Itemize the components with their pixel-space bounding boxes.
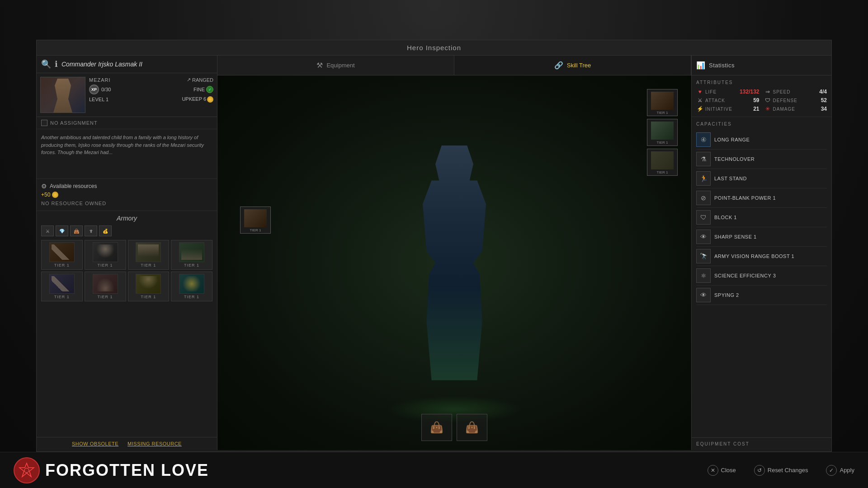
missing-resource-button[interactable]: MISSING RESOURCE (127, 441, 182, 446)
bottom-equipment-slots: 👜 👜 (421, 414, 487, 441)
damage-value: 34 (821, 106, 827, 112)
no-resource-label: NO RESOURCE OWNED (41, 199, 212, 207)
slot-item-image (650, 150, 675, 170)
capacity-technolover: ⚗ TECHNOLOVER (696, 150, 827, 169)
gold-row: +50 (41, 192, 212, 198)
item-image (93, 242, 118, 262)
apply-button[interactable]: ✓ Apply (826, 465, 854, 476)
capacity-name-last-stand: LAST STAND (714, 176, 747, 181)
reset-button[interactable]: ↺ Reset Changes (754, 465, 808, 476)
item-image (179, 242, 204, 262)
list-item[interactable]: TIER 1 (41, 272, 83, 301)
capacity-name-army-vision: ARMY VISION RANGE BOOST 1 (714, 253, 794, 259)
main-panel: Hero Inspection 🔍 ℹ Commander Irjsko Las… (36, 40, 832, 452)
hero-search-icon: 🔍 (41, 59, 51, 69)
item-image (136, 242, 161, 262)
assignment-row[interactable]: NO ASSIGNMENT (37, 117, 217, 129)
filter-bag-btn[interactable]: 👜 (70, 225, 83, 236)
slot-item-image (650, 121, 675, 141)
svg-point-1 (24, 468, 29, 473)
list-item[interactable]: TIER 1 (128, 272, 170, 301)
capacity-name-point-blank: POINT-BLANK POWER 1 (714, 195, 776, 201)
equipment-slot-shoulder[interactable]: TIER 1 (647, 89, 678, 116)
hero-silhouette (391, 145, 518, 380)
filter-weapon-btn[interactable]: 🗡 (85, 225, 97, 236)
item-image (136, 274, 161, 294)
capacity-name-long-range: LONG RANGE (714, 137, 750, 142)
emblem-icon (19, 462, 35, 479)
condition-badge: FINE ✓ (193, 86, 213, 93)
tab-skill-tree[interactable]: 🔗 Skill Tree (454, 56, 691, 75)
list-item[interactable]: TIER 1 (171, 272, 212, 301)
capacity-icon-block: 🛡 (696, 210, 711, 225)
life-attribute: ♥ LIFE 132/132 (696, 89, 760, 95)
capacity-icon-sharp-sense: 👁 (696, 230, 711, 244)
defense-value: 52 (821, 97, 827, 103)
right-equipment-slots: TIER 1 TIER 1 TIER 1 (647, 89, 678, 176)
capacities-section: CAPACITIES ④ LONG RANGE ⚗ TECHNOLOVER 🏃 … (692, 117, 831, 437)
filter-jewelry-btn[interactable]: 💎 (56, 225, 68, 236)
tab-bar: ⚒ Equipment 🔗 Skill Tree (217, 56, 691, 75)
left-equipment-slots: TIER 1 (240, 206, 271, 234)
initiative-attribute: ⚡ INITIATIVE 21 (696, 106, 760, 112)
tab-equipment[interactable]: ⚒ Equipment (217, 56, 454, 75)
item-image (49, 274, 75, 294)
capacity-icon-army-vision: 🔭 (696, 249, 711, 263)
logo-emblem (14, 457, 40, 483)
equipment-tab-label: Equipment (326, 62, 354, 69)
armory-grid: TIER 1 TIER 1 TIER 1 TIER 1 (41, 240, 212, 301)
apply-label: Apply (840, 467, 854, 474)
show-obsolete-button[interactable]: SHOW OBSOLETE (72, 441, 118, 446)
damage-label: DAMAGE (773, 107, 819, 112)
list-item[interactable]: TIER 1 (85, 272, 126, 301)
title-bar: Hero Inspection (37, 40, 831, 56)
skill-tree-tab-label: Skill Tree (567, 62, 591, 69)
life-value: 132/132 (740, 89, 759, 95)
damage-icon: ✳ (764, 106, 771, 112)
ranged-arrow-icon: ↗ (187, 77, 191, 83)
center-panel: ⚒ Equipment 🔗 Skill Tree (217, 56, 691, 450)
attributes-label: ATTRIBUTES (696, 80, 827, 85)
initiative-value: 21 (753, 106, 759, 112)
capacity-name-block: BLOCK 1 (714, 215, 737, 220)
attack-label: ATTACK (705, 98, 751, 103)
initiative-icon: ⚡ (696, 106, 703, 112)
assignment-label: NO ASSIGNMENT (50, 120, 98, 126)
equipment-slot-chest[interactable]: TIER 1 (647, 119, 678, 146)
hero-header: 🔍 ℹ Commander Irjsko Lasmak II (37, 56, 217, 73)
hero-stats-area: MEZARI ↗ RANGED XP 0/30 FINE ✓ (89, 77, 213, 113)
list-item[interactable]: TIER 1 (41, 240, 83, 270)
xp-value: 0/30 (101, 87, 111, 92)
speed-attribute: ⇒ SPEED 4/4 (764, 89, 827, 95)
filter-gold-btn[interactable]: 💰 (99, 225, 112, 236)
statistics-tab-bar: 📊 Statistics (692, 56, 831, 75)
armory-title: Armory (41, 215, 212, 222)
equipment-slot-weapon[interactable]: TIER 1 (240, 206, 271, 234)
list-item[interactable]: TIER 1 (171, 240, 212, 270)
hero-portrait (40, 77, 85, 113)
hero-3d-model (391, 145, 518, 380)
close-button[interactable]: ✕ Close (708, 465, 736, 476)
list-item[interactable]: TIER 1 (128, 240, 170, 270)
equipment-slot-bag-1[interactable]: 👜 (421, 414, 452, 441)
equipment-slot-bag-2[interactable]: 👜 (457, 414, 487, 441)
capacity-icon-point-blank: ⊘ (696, 191, 711, 205)
assignment-checkbox[interactable] (41, 120, 47, 126)
game-title: FORGOTTEN LOVE (45, 461, 209, 480)
capacity-army-vision: 🔭 ARMY VISION RANGE BOOST 1 (696, 247, 827, 266)
equipment-slot-legs[interactable]: TIER 1 (647, 149, 678, 176)
capacity-science-efficiency: ⚛ SCIENCE EFFICIENCY 3 (696, 266, 827, 286)
capacity-long-range: ④ LONG RANGE (696, 130, 827, 150)
filter-all-btn[interactable]: ⚔ (41, 225, 54, 236)
capacity-icon-long-range: ④ (696, 132, 711, 147)
armory-filters: ⚔ 💎 👜 🗡 💰 (41, 225, 212, 236)
capacity-spying: 👁 SPYING 2 (696, 286, 827, 305)
slot-item-image (243, 208, 268, 228)
faction-label: MEZARI (89, 77, 111, 83)
defense-attribute: 🛡 DEFENSE 52 (764, 97, 827, 103)
ranged-label: ↗ RANGED (187, 77, 213, 83)
list-item[interactable]: TIER 1 (85, 240, 126, 270)
speed-icon: ⇒ (764, 89, 771, 95)
item-image (93, 274, 118, 294)
content-area: 🔍 ℹ Commander Irjsko Lasmak II MEZARI ↗ … (37, 56, 831, 450)
